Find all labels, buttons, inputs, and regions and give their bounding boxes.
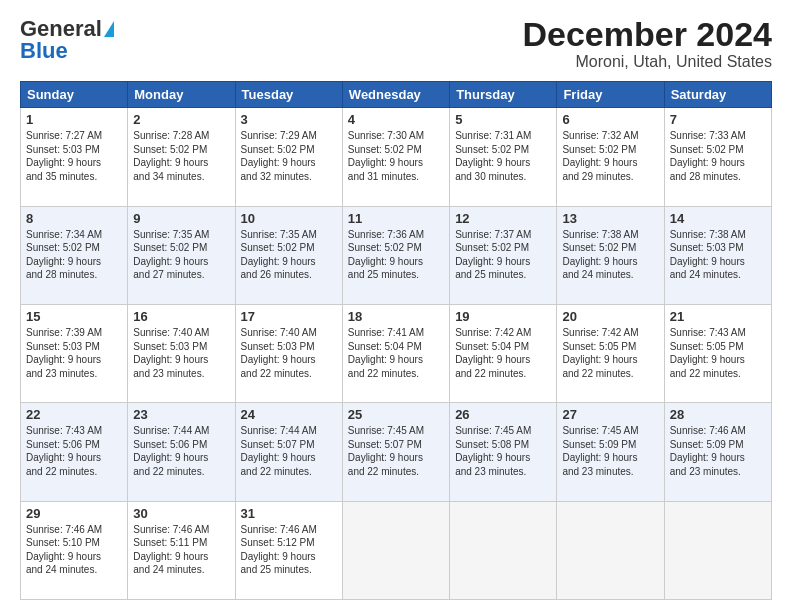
- day-number: 11: [348, 211, 444, 226]
- calendar-cell: 10Sunrise: 7:35 AM Sunset: 5:02 PM Dayli…: [235, 206, 342, 304]
- calendar-cell: 14Sunrise: 7:38 AM Sunset: 5:03 PM Dayli…: [664, 206, 771, 304]
- logo: General Blue: [20, 16, 114, 64]
- day-number: 29: [26, 506, 122, 521]
- cell-text: Sunrise: 7:36 AM Sunset: 5:02 PM Dayligh…: [348, 228, 444, 282]
- cell-text: Sunrise: 7:42 AM Sunset: 5:04 PM Dayligh…: [455, 326, 551, 380]
- logo-blue: Blue: [20, 38, 68, 64]
- calendar-week-3: 15Sunrise: 7:39 AM Sunset: 5:03 PM Dayli…: [21, 305, 772, 403]
- calendar-cell: 6Sunrise: 7:32 AM Sunset: 5:02 PM Daylig…: [557, 108, 664, 206]
- day-number: 5: [455, 112, 551, 127]
- day-number: 4: [348, 112, 444, 127]
- weekday-header-saturday: Saturday: [664, 82, 771, 108]
- calendar-cell: [557, 501, 664, 599]
- calendar-cell: 16Sunrise: 7:40 AM Sunset: 5:03 PM Dayli…: [128, 305, 235, 403]
- cell-text: Sunrise: 7:45 AM Sunset: 5:08 PM Dayligh…: [455, 424, 551, 478]
- day-number: 10: [241, 211, 337, 226]
- cell-text: Sunrise: 7:38 AM Sunset: 5:03 PM Dayligh…: [670, 228, 766, 282]
- weekday-header-friday: Friday: [557, 82, 664, 108]
- day-number: 20: [562, 309, 658, 324]
- page: General Blue December 2024 Moroni, Utah,…: [0, 0, 792, 612]
- calendar-cell: 22Sunrise: 7:43 AM Sunset: 5:06 PM Dayli…: [21, 403, 128, 501]
- calendar-cell: 23Sunrise: 7:44 AM Sunset: 5:06 PM Dayli…: [128, 403, 235, 501]
- calendar-cell: 7Sunrise: 7:33 AM Sunset: 5:02 PM Daylig…: [664, 108, 771, 206]
- calendar-cell: 12Sunrise: 7:37 AM Sunset: 5:02 PM Dayli…: [450, 206, 557, 304]
- day-number: 16: [133, 309, 229, 324]
- day-number: 6: [562, 112, 658, 127]
- weekday-header-wednesday: Wednesday: [342, 82, 449, 108]
- cell-text: Sunrise: 7:27 AM Sunset: 5:03 PM Dayligh…: [26, 129, 122, 183]
- calendar-cell: 21Sunrise: 7:43 AM Sunset: 5:05 PM Dayli…: [664, 305, 771, 403]
- cell-text: Sunrise: 7:32 AM Sunset: 5:02 PM Dayligh…: [562, 129, 658, 183]
- calendar-cell: 30Sunrise: 7:46 AM Sunset: 5:11 PM Dayli…: [128, 501, 235, 599]
- calendar-cell: 2Sunrise: 7:28 AM Sunset: 5:02 PM Daylig…: [128, 108, 235, 206]
- calendar-cell: 29Sunrise: 7:46 AM Sunset: 5:10 PM Dayli…: [21, 501, 128, 599]
- cell-text: Sunrise: 7:43 AM Sunset: 5:06 PM Dayligh…: [26, 424, 122, 478]
- cell-text: Sunrise: 7:46 AM Sunset: 5:09 PM Dayligh…: [670, 424, 766, 478]
- day-number: 22: [26, 407, 122, 422]
- day-number: 30: [133, 506, 229, 521]
- day-number: 17: [241, 309, 337, 324]
- cell-text: Sunrise: 7:45 AM Sunset: 5:07 PM Dayligh…: [348, 424, 444, 478]
- day-number: 14: [670, 211, 766, 226]
- cell-text: Sunrise: 7:34 AM Sunset: 5:02 PM Dayligh…: [26, 228, 122, 282]
- calendar-title: December 2024: [522, 16, 772, 53]
- calendar-cell: [664, 501, 771, 599]
- calendar-cell: 19Sunrise: 7:42 AM Sunset: 5:04 PM Dayli…: [450, 305, 557, 403]
- cell-text: Sunrise: 7:31 AM Sunset: 5:02 PM Dayligh…: [455, 129, 551, 183]
- cell-text: Sunrise: 7:43 AM Sunset: 5:05 PM Dayligh…: [670, 326, 766, 380]
- day-number: 26: [455, 407, 551, 422]
- calendar-cell: 1Sunrise: 7:27 AM Sunset: 5:03 PM Daylig…: [21, 108, 128, 206]
- weekday-header-monday: Monday: [128, 82, 235, 108]
- cell-text: Sunrise: 7:35 AM Sunset: 5:02 PM Dayligh…: [241, 228, 337, 282]
- weekday-header-tuesday: Tuesday: [235, 82, 342, 108]
- day-number: 21: [670, 309, 766, 324]
- calendar-cell: 3Sunrise: 7:29 AM Sunset: 5:02 PM Daylig…: [235, 108, 342, 206]
- day-number: 1: [26, 112, 122, 127]
- day-number: 7: [670, 112, 766, 127]
- calendar-cell: 17Sunrise: 7:40 AM Sunset: 5:03 PM Dayli…: [235, 305, 342, 403]
- day-number: 2: [133, 112, 229, 127]
- calendar-week-2: 8Sunrise: 7:34 AM Sunset: 5:02 PM Daylig…: [21, 206, 772, 304]
- cell-text: Sunrise: 7:30 AM Sunset: 5:02 PM Dayligh…: [348, 129, 444, 183]
- calendar-cell: 8Sunrise: 7:34 AM Sunset: 5:02 PM Daylig…: [21, 206, 128, 304]
- day-number: 27: [562, 407, 658, 422]
- calendar-subtitle: Moroni, Utah, United States: [522, 53, 772, 71]
- cell-text: Sunrise: 7:37 AM Sunset: 5:02 PM Dayligh…: [455, 228, 551, 282]
- cell-text: Sunrise: 7:42 AM Sunset: 5:05 PM Dayligh…: [562, 326, 658, 380]
- calendar-cell: 24Sunrise: 7:44 AM Sunset: 5:07 PM Dayli…: [235, 403, 342, 501]
- calendar-week-4: 22Sunrise: 7:43 AM Sunset: 5:06 PM Dayli…: [21, 403, 772, 501]
- calendar-cell: 27Sunrise: 7:45 AM Sunset: 5:09 PM Dayli…: [557, 403, 664, 501]
- day-number: 9: [133, 211, 229, 226]
- title-block: December 2024 Moroni, Utah, United State…: [522, 16, 772, 71]
- cell-text: Sunrise: 7:45 AM Sunset: 5:09 PM Dayligh…: [562, 424, 658, 478]
- calendar-cell: 5Sunrise: 7:31 AM Sunset: 5:02 PM Daylig…: [450, 108, 557, 206]
- day-number: 12: [455, 211, 551, 226]
- calendar-cell: 11Sunrise: 7:36 AM Sunset: 5:02 PM Dayli…: [342, 206, 449, 304]
- day-number: 31: [241, 506, 337, 521]
- day-number: 13: [562, 211, 658, 226]
- logo-triangle-icon: [104, 21, 114, 37]
- calendar-table: SundayMondayTuesdayWednesdayThursdayFrid…: [20, 81, 772, 600]
- calendar-cell: 25Sunrise: 7:45 AM Sunset: 5:07 PM Dayli…: [342, 403, 449, 501]
- weekday-header-thursday: Thursday: [450, 82, 557, 108]
- header: General Blue December 2024 Moroni, Utah,…: [20, 16, 772, 71]
- cell-text: Sunrise: 7:46 AM Sunset: 5:11 PM Dayligh…: [133, 523, 229, 577]
- calendar-cell: [450, 501, 557, 599]
- cell-text: Sunrise: 7:46 AM Sunset: 5:10 PM Dayligh…: [26, 523, 122, 577]
- day-number: 23: [133, 407, 229, 422]
- cell-text: Sunrise: 7:33 AM Sunset: 5:02 PM Dayligh…: [670, 129, 766, 183]
- calendar-week-1: 1Sunrise: 7:27 AM Sunset: 5:03 PM Daylig…: [21, 108, 772, 206]
- day-number: 8: [26, 211, 122, 226]
- day-number: 19: [455, 309, 551, 324]
- cell-text: Sunrise: 7:39 AM Sunset: 5:03 PM Dayligh…: [26, 326, 122, 380]
- weekday-header-sunday: Sunday: [21, 82, 128, 108]
- cell-text: Sunrise: 7:40 AM Sunset: 5:03 PM Dayligh…: [241, 326, 337, 380]
- calendar-cell: 31Sunrise: 7:46 AM Sunset: 5:12 PM Dayli…: [235, 501, 342, 599]
- calendar-week-5: 29Sunrise: 7:46 AM Sunset: 5:10 PM Dayli…: [21, 501, 772, 599]
- cell-text: Sunrise: 7:28 AM Sunset: 5:02 PM Dayligh…: [133, 129, 229, 183]
- day-number: 25: [348, 407, 444, 422]
- day-number: 28: [670, 407, 766, 422]
- cell-text: Sunrise: 7:41 AM Sunset: 5:04 PM Dayligh…: [348, 326, 444, 380]
- cell-text: Sunrise: 7:44 AM Sunset: 5:06 PM Dayligh…: [133, 424, 229, 478]
- cell-text: Sunrise: 7:46 AM Sunset: 5:12 PM Dayligh…: [241, 523, 337, 577]
